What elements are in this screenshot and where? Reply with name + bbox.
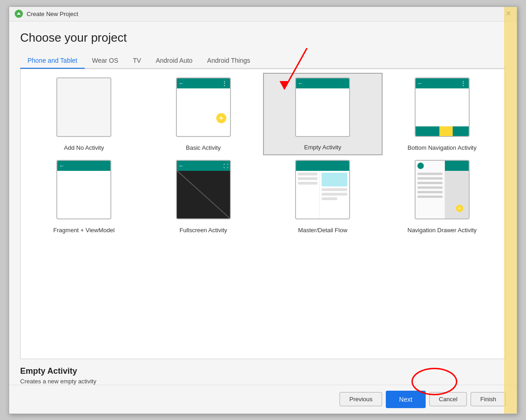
mock-topbar: ← <box>296 78 349 88</box>
mock-topbar: ← ⋮ <box>177 78 230 88</box>
nd-row <box>417 191 443 193</box>
bnav-teal <box>416 126 439 136</box>
item-label: Add No Activity <box>64 142 104 151</box>
md-detail <box>320 171 349 218</box>
fragment-mock: ← <box>56 160 111 219</box>
list-item[interactable]: ← Fragment + ViewModel <box>24 155 144 238</box>
nd-row <box>417 173 443 175</box>
create-new-project-dialog: Create New Project ✕ Choose your project… <box>9 6 517 414</box>
bottom-nav-bar <box>416 126 469 136</box>
nd-row <box>417 177 443 180</box>
template-grid: Add No Activity ← ⋮ + Basic Activity <box>21 69 505 241</box>
md-row <box>322 193 347 196</box>
footer: Previous Next Cancel Finish <box>9 385 517 414</box>
mock-topbar: ← <box>57 161 110 171</box>
list-item[interactable]: + Navigation Drawer Activity <box>383 155 502 238</box>
page-title: Choose your project <box>20 31 506 45</box>
fullscreen-preview: ← ⛶ <box>148 159 259 220</box>
md-row <box>298 182 318 185</box>
svg-line-1 <box>177 170 230 218</box>
overflow-icon: ⋮ <box>221 80 228 87</box>
overflow-icon: ⋮ <box>460 80 467 87</box>
nd-topbar <box>445 161 469 171</box>
md-row <box>322 188 347 191</box>
tab-android-auto[interactable]: Android Auto <box>148 53 200 69</box>
nav-drawer-mock: + <box>415 160 470 219</box>
list-item[interactable]: Add No Activity <box>24 73 144 155</box>
cancel-button[interactable]: Cancel <box>429 392 467 406</box>
md-row <box>298 177 318 180</box>
mock-topbar <box>296 161 349 171</box>
md-light-block <box>322 173 347 186</box>
nd-row <box>417 186 443 189</box>
bottom-nav-mock: ← ⋮ <box>415 77 470 137</box>
nd-row <box>417 182 443 184</box>
list-item[interactable]: ← ⛶ Fullscreen Activity <box>144 155 263 238</box>
tab-tv[interactable]: TV <box>126 53 148 69</box>
title-bar-left: Create New Project <box>15 10 78 18</box>
md-content <box>296 171 349 218</box>
back-arrow-icon: ← <box>59 163 65 169</box>
back-arrow-icon: ← <box>179 80 184 87</box>
right-decorative-strip <box>504 7 517 414</box>
item-label: Navigation Drawer Activity <box>407 224 477 234</box>
basic-mock: ← ⋮ + <box>176 77 231 137</box>
md-row <box>322 197 337 200</box>
empty-activity-preview: ← <box>268 77 378 137</box>
md-row <box>298 173 318 175</box>
app-icon <box>15 10 23 18</box>
dialog-body: Choose your project Phone and Tablet Wea… <box>9 22 517 359</box>
nav-drawer-preview: + <box>387 159 498 220</box>
selected-item-description: Creates a new empty activity <box>20 378 506 385</box>
nd-fab: + <box>456 205 463 212</box>
selected-item-title: Empty Activity <box>20 366 506 376</box>
back-arrow-icon: ← <box>298 80 303 87</box>
item-label: Bottom Navigation Activity <box>408 142 477 151</box>
template-grid-area: Add No Activity ← ⋮ + Basic Activity <box>20 69 506 359</box>
bnav-yellow <box>439 126 453 136</box>
tab-bar: Phone and Tablet Wear OS TV Android Auto… <box>20 53 506 69</box>
back-arrow-icon: ← <box>417 80 423 87</box>
basic-activity-preview: ← ⋮ + <box>148 77 259 138</box>
list-item[interactable]: Master/Detail Flow <box>263 155 383 238</box>
fullscreen-mock: ← ⛶ <box>176 160 231 219</box>
fragment-preview: ← <box>28 159 140 220</box>
title-bar: Create New Project ✕ <box>9 7 517 22</box>
list-item[interactable]: ← ⋮ + Basic Activity <box>144 73 263 155</box>
phone-mock: ← <box>295 77 350 137</box>
master-detail-mock <box>295 160 350 219</box>
fab-icon: + <box>216 113 226 123</box>
finish-button[interactable]: Finish <box>471 392 506 406</box>
item-label: Fragment + ViewModel <box>53 224 115 234</box>
no-activity-mock <box>56 77 111 137</box>
previous-button[interactable]: Previous <box>340 392 382 406</box>
nd-drawer <box>416 161 445 218</box>
item-label: Basic Activity <box>186 142 221 151</box>
tab-phone-and-tablet[interactable]: Phone and Tablet <box>20 53 85 69</box>
next-button[interactable]: Next <box>386 391 426 408</box>
tab-android-things[interactable]: Android Things <box>200 53 258 69</box>
list-item[interactable]: ← ⋮ Bottom Navigation Activity <box>383 73 502 155</box>
bottom-nav-preview: ← ⋮ <box>387 77 498 138</box>
tab-wear-os[interactable]: Wear OS <box>85 53 126 69</box>
master-detail-preview <box>267 159 378 220</box>
item-label: Empty Activity <box>304 141 341 151</box>
list-item[interactable]: ← Empty Activity <box>263 73 383 155</box>
no-activity-preview <box>28 77 140 138</box>
item-label: Master/Detail Flow <box>298 224 347 234</box>
selected-item-info: Empty Activity Creates a new empty activ… <box>9 359 517 385</box>
dialog-title: Create New Project <box>27 11 78 17</box>
mock-topbar: ← ⋮ <box>416 78 469 88</box>
nd-avatar <box>417 163 424 169</box>
item-label: Fullscreen Activity <box>180 224 227 234</box>
md-list <box>296 171 320 218</box>
diagonal-svg <box>177 161 230 218</box>
nd-row <box>417 196 443 198</box>
bnav-rest <box>453 126 469 136</box>
